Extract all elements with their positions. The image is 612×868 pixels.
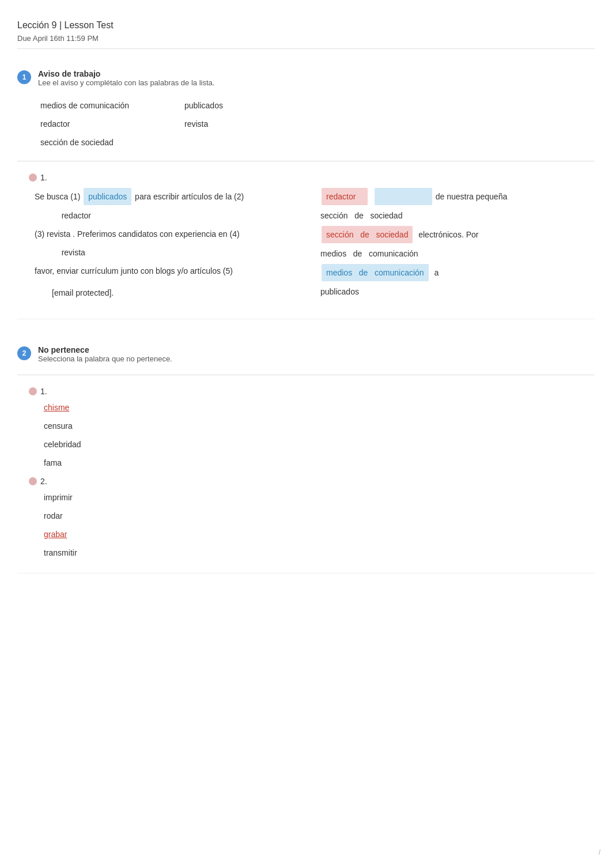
fill-two-col: Se busca (1) publicados para escribir ar… — [35, 188, 595, 304]
mc-option-transmitir[interactable]: transmitir — [40, 546, 595, 560]
fill-line-3: (3) revista . Preferimos candidatos con … — [35, 226, 309, 242]
fill-line-1: Se busca (1) publicados para escribir ar… — [35, 188, 309, 205]
sub-exercise-2-2-row: 2. — [29, 477, 595, 486]
fill-right-5: medios de comunicación a — [320, 264, 595, 281]
page-header: Lección 9 | Lesson Test Due April 16th 1… — [17, 12, 595, 49]
blank-3[interactable]: sección de sociedad — [322, 226, 413, 243]
mc-option-chisme[interactable]: chisme — [40, 401, 595, 414]
sub-exercise-1-label: 1. — [40, 173, 47, 182]
mc-options-2-2: imprimir rodar grabar transmitir — [40, 490, 595, 560]
blank-1[interactable]: publicados — [84, 188, 131, 205]
fill-right-2: sección de sociedad — [320, 207, 595, 224]
sub-exercise-2-1-label: 1. — [40, 387, 47, 396]
section-1-header: 1 Aviso de trabajo Lee el aviso y complé… — [17, 69, 595, 87]
word-list: medios de comunicación publicados redact… — [40, 99, 328, 149]
fill-line-2: redactor — [35, 207, 309, 224]
blank-spacer — [375, 188, 432, 205]
fill-right-1: redactor de nuestra pequeña — [320, 188, 595, 205]
word-list-item: redactor — [40, 117, 184, 131]
fill-left-col: Se busca (1) publicados para escribir ar… — [35, 188, 309, 304]
sub-exercise-2-2-label: 2. — [40, 477, 47, 486]
fill-line-4: revista — [35, 244, 309, 261]
word-list-item: revista — [184, 117, 328, 131]
section-2-title: No pertenece — [38, 345, 172, 354]
section-2-title-block: No pertenece Selecciona la palabra que n… — [38, 345, 172, 363]
mc-option-rodar[interactable]: rodar — [40, 509, 595, 523]
blank-2[interactable]: redactor — [322, 188, 368, 205]
section-1-title-block: Aviso de trabajo Lee el aviso y compléta… — [38, 69, 214, 87]
fill-right-col: redactor de nuestra pequeña sección de s… — [320, 188, 595, 304]
mc-option-censura[interactable]: censura — [40, 419, 595, 433]
word-list-item: medios de comunicación — [40, 99, 184, 112]
section-2-subtitle: Selecciona la palabra que no pertenece. — [38, 354, 172, 363]
section-1-block: 1 Aviso de trabajo Lee el aviso y complé… — [17, 61, 595, 319]
section-1-badge: 1 — [17, 70, 31, 84]
section-2-badge: 2 — [17, 346, 31, 360]
blank-4[interactable]: medios de comunicación — [322, 264, 429, 281]
fill-line-email: [email protected]. — [52, 285, 309, 301]
sub-exercise-2-1-row: 1. — [29, 387, 595, 396]
mc-option-celebridad[interactable]: celebridad — [40, 437, 595, 451]
separator-2 — [17, 375, 595, 375]
page-title: Lección 9 | Lesson Test — [17, 20, 595, 31]
fill-right-4: medios de comunicación — [320, 246, 595, 262]
sub-dot-2-2 — [29, 477, 37, 485]
word-list-item: sección de sociedad — [40, 135, 184, 149]
fill-right-3: sección de sociedad electrónicos. Por — [320, 226, 595, 243]
sub-dot-2-1 — [29, 387, 37, 395]
fill-right-6: publicados — [320, 284, 595, 300]
mc-option-imprimir[interactable]: imprimir — [40, 490, 595, 504]
sub-dot — [29, 173, 37, 182]
section-2-block: 2 No pertenece Selecciona la palabra que… — [17, 337, 595, 573]
section-2-header: 2 No pertenece Selecciona la palabra que… — [17, 345, 595, 363]
separator — [17, 161, 595, 161]
sub-exercise-1-row: 1. — [29, 173, 595, 182]
section-1-title: Aviso de trabajo — [38, 69, 214, 78]
word-list-item: publicados — [184, 99, 328, 112]
mc-option-grabar[interactable]: grabar — [40, 527, 595, 541]
mc-options-2-1: chisme censura celebridad fama — [40, 401, 595, 470]
section-1-subtitle: Lee el aviso y complétalo con las palabr… — [38, 78, 214, 87]
mc-option-fama[interactable]: fama — [40, 456, 595, 470]
due-date: Due April 16th 11:59 PM — [17, 34, 595, 43]
fill-line-5: favor, enviar currículum junto con blogs… — [35, 263, 309, 279]
